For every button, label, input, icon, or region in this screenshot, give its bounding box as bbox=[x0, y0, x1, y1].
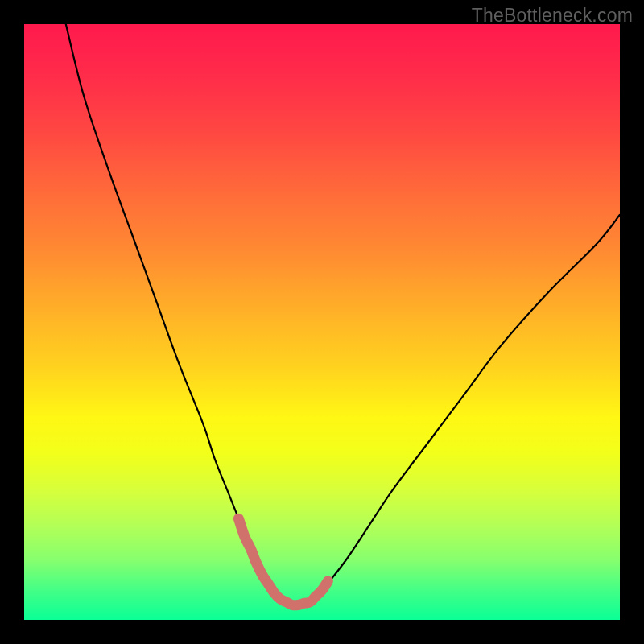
sweet-spot-marker bbox=[238, 518, 328, 605]
chart-frame: TheBottleneck.com bbox=[0, 0, 644, 644]
bottleneck-curve bbox=[66, 24, 620, 605]
curve-layer bbox=[24, 24, 620, 620]
plot-area bbox=[24, 24, 620, 620]
watermark-text: TheBottleneck.com bbox=[472, 5, 633, 27]
